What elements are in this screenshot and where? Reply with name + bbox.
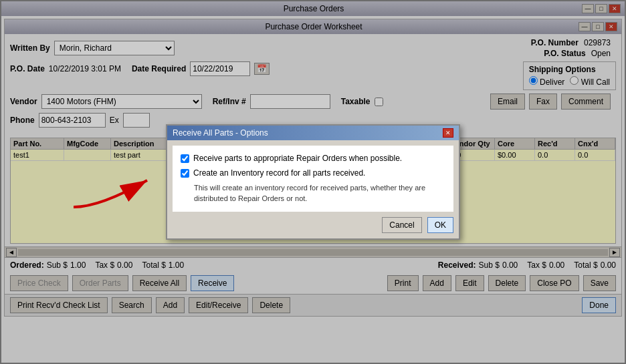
modal-body: Receive parts to appropriate Repair Orde… xyxy=(173,146,453,212)
checkbox2-row: Create an Inventory record for all parts… xyxy=(181,168,445,178)
modal-ok-button[interactable]: OK xyxy=(427,217,453,233)
modal-description: This will create an inventory record for… xyxy=(194,183,445,204)
arrow-indicator xyxy=(60,160,167,216)
checkbox2-label: Create an Inventory record for all parts… xyxy=(193,168,365,178)
checkbox1-input[interactable] xyxy=(181,154,189,163)
checkbox2-input[interactable] xyxy=(181,169,189,178)
checkbox1-label: Receive parts to appropriate Repair Orde… xyxy=(193,154,402,163)
modal-cancel-button[interactable]: Cancel xyxy=(382,217,421,233)
modal-buttons: Cancel OK xyxy=(173,217,453,233)
modal-overlay: Receive All Parts - Options ✕ Receive pa… xyxy=(0,0,626,364)
modal-close-btn[interactable]: ✕ xyxy=(443,128,453,138)
receive-all-modal: Receive All Parts - Options ✕ Receive pa… xyxy=(166,124,460,240)
modal-title-bar: Receive All Parts - Options ✕ xyxy=(167,126,459,140)
checkbox1-row: Receive parts to appropriate Repair Orde… xyxy=(181,154,445,163)
modal-title: Receive All Parts - Options xyxy=(173,128,268,138)
